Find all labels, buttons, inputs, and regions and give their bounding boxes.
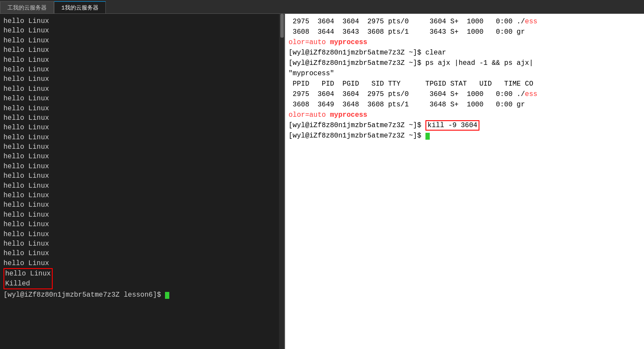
left-line-20: hello Linux (3, 200, 281, 210)
right-prompt-clear: [wyl@iZf8z80n1jmzbr5atme7z3Z ~]$ clear (289, 48, 641, 58)
left-terminal[interactable]: hello Linux hello Linux hello Linux hell… (0, 14, 285, 349)
left-line-12: hello Linux (3, 123, 281, 132)
left-line-6: hello Linux (3, 65, 281, 74)
tab-left-label: 工我的云服务器 (7, 4, 47, 12)
right-line-2b: olor=auto myprocess (289, 37, 641, 48)
right-data-2: 3608 3649 3648 3608 pts/1 3648 S+ 1000 0… (289, 99, 641, 110)
left-line-5: hello Linux (3, 55, 281, 65)
left-cursor (165, 292, 169, 299)
right-data-2b: olor=auto myprocess (289, 110, 641, 120)
left-scrollbar[interactable] (279, 14, 284, 349)
left-line-22: hello Linux (3, 220, 281, 229)
left-line-7: hello Linux (3, 74, 281, 84)
right-clear-cmd: clear (425, 49, 446, 57)
tab-right[interactable]: 1我的云服务器 (54, 1, 106, 13)
left-line-16: hello Linux (3, 162, 281, 171)
right-myprocess-2: myprocess (330, 111, 367, 119)
left-line-24: hello Linux (3, 239, 281, 249)
right-header: PPID PID PGID SID TTY TPGID STAT UID TIM… (289, 79, 641, 89)
right-line-1: 2975 3604 3604 2975 pts/0 3604 S+ 1000 0… (289, 16, 641, 27)
left-line-19: hello Linux (3, 191, 281, 200)
left-line-14: hello Linux (3, 142, 281, 152)
tab-right-label: 1我的云服务器 (61, 4, 98, 12)
left-line-17: hello Linux (3, 171, 281, 181)
kill-command-box: kill -9 3604 (425, 120, 479, 131)
right-olor-2: olor=auto (289, 111, 330, 119)
right-grep-line: "myprocess" (289, 68, 641, 79)
right-line-2: 3608 3644 3643 3608 pts/1 3643 S+ 1000 0… (289, 27, 641, 37)
left-line-23: hello Linux (3, 230, 281, 239)
terminals-container: hello Linux hello Linux hello Linux hell… (0, 14, 644, 349)
killed-highlight-box: hello Linux Killed (3, 268, 53, 289)
right-terminal[interactable]: 2975 3604 3604 2975 pts/0 3604 S+ 1000 0… (285, 14, 644, 349)
left-line-26: hello Linux (3, 259, 281, 268)
tab-left[interactable]: 工我的云服务器 (0, 1, 54, 13)
left-line-10: hello Linux (3, 104, 281, 113)
left-line-3: hello Linux (3, 36, 281, 45)
left-line-15: hello Linux (3, 152, 281, 161)
right-myprocess-1: myprocess (330, 38, 367, 46)
left-line-8: hello Linux (3, 84, 281, 94)
right-cursor (425, 133, 430, 140)
right-ess-1: ess (525, 18, 537, 26)
right-data-1: 2975 3604 3604 2975 pts/0 3604 S+ 1000 0… (289, 89, 641, 99)
left-prompt: [wyl@iZf8z80n1jmzbr5atme7z3Z lesson6]$ (3, 291, 165, 299)
left-line-1: hello Linux (3, 16, 281, 26)
right-final-prompt: [wyl@iZf8z80n1jmzbr5atme7z3Z ~]$ (289, 131, 641, 141)
left-scrollbar-thumb[interactable] (280, 14, 284, 38)
right-olor-1: olor=auto (289, 38, 330, 46)
left-line-21: hello Linux (3, 210, 281, 220)
left-killed-box: hello Linux Killed (3, 268, 281, 289)
left-line-4: hello Linux (3, 45, 281, 55)
tabs-bar: 工我的云服务器 1我的云服务器 (0, 0, 644, 14)
left-line-13: hello Linux (3, 133, 281, 142)
left-line-9: hello Linux (3, 94, 281, 103)
left-line-25: hello Linux (3, 249, 281, 258)
right-prompt-ps: [wyl@iZf8z80n1jmzbr5atme7z3Z ~]$ ps ajx … (289, 58, 641, 68)
left-line-2: hello Linux (3, 26, 281, 35)
right-ess-2: ess (525, 90, 537, 98)
right-kill-line: [wyl@iZf8z80n1jmzbr5atme7z3Z ~]$ kill -9… (289, 120, 641, 131)
left-prompt-line: [wyl@iZf8z80n1jmzbr5atme7z3Z lesson6]$ (3, 290, 281, 300)
left-line-18: hello Linux (3, 181, 281, 191)
left-line-11: hello Linux (3, 113, 281, 123)
